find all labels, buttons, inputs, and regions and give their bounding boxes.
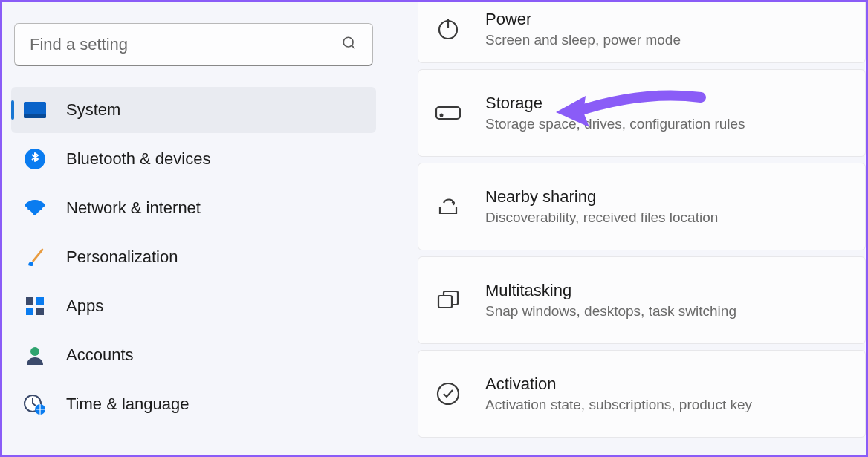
sidebar-item-label: Apps [66,296,103,316]
card-power[interactable]: Power Screen and sleep, power mode [418,2,866,63]
svg-rect-3 [24,114,46,118]
card-subtitle: Snap windows, desktops, task switching [485,303,736,320]
clock-globe-icon [23,392,47,416]
card-subtitle: Storage space, drives, configuration rul… [485,116,745,132]
card-storage[interactable]: Storage Storage space, drives, configura… [418,69,866,157]
multitasking-icon [435,287,461,314]
sidebar-item-apps[interactable]: Apps [11,283,376,329]
svg-rect-14 [436,107,460,119]
brush-icon [23,245,47,269]
svg-rect-16 [438,296,452,308]
svg-rect-6 [36,297,44,305]
search-input[interactable] [14,23,373,66]
svg-point-17 [438,383,459,404]
bluetooth-icon [23,147,47,171]
sidebar: System Bluetooth & devices Network & int… [2,2,385,455]
power-icon [435,16,461,42]
sidebar-item-label: Bluetooth & devices [66,149,210,169]
sidebar-item-network[interactable]: Network & internet [11,185,376,231]
sidebar-item-time-language[interactable]: Time & language [11,381,376,427]
card-nearby-sharing[interactable]: Nearby sharing Discoverability, received… [418,163,866,250]
card-multitasking[interactable]: Multitasking Snap windows, desktops, tas… [418,256,866,344]
activation-icon [435,380,461,407]
share-icon [435,193,461,220]
sidebar-item-label: Network & internet [66,198,201,218]
svg-rect-8 [36,308,44,315]
card-title: Power [485,10,681,29]
wifi-icon [23,196,47,220]
card-title: Nearby sharing [485,187,718,207]
sidebar-nav: System Bluetooth & devices Network & int… [11,87,376,427]
svg-point-0 [343,37,353,47]
sidebar-item-label: System [66,100,120,120]
sidebar-item-label: Accounts [66,346,134,365]
card-title: Multitasking [485,281,736,300]
sidebar-item-label: Personalization [66,247,178,267]
svg-line-1 [352,45,354,48]
search-field[interactable] [30,35,341,54]
storage-icon [435,100,461,126]
sidebar-item-system[interactable]: System [11,87,376,133]
search-icon [341,35,357,54]
sidebar-item-bluetooth[interactable]: Bluetooth & devices [11,136,376,182]
card-subtitle: Screen and sleep, power mode [485,32,681,48]
system-icon [23,98,47,122]
apps-icon [23,294,47,318]
accounts-icon [23,343,47,367]
card-title: Storage [485,94,745,113]
svg-rect-5 [26,297,33,305]
card-activation[interactable]: Activation Activation state, subscriptio… [418,350,866,438]
card-title: Activation [485,375,752,394]
card-subtitle: Activation state, subscriptions, product… [485,397,752,413]
sidebar-item-label: Time & language [66,395,190,414]
main-content: Power Screen and sleep, power mode Stora… [385,2,866,455]
sidebar-item-accounts[interactable]: Accounts [11,332,376,378]
sidebar-item-personalization[interactable]: Personalization [11,234,376,280]
svg-point-15 [441,114,443,117]
card-subtitle: Discoverability, received files location [485,210,718,226]
svg-point-9 [30,347,39,356]
svg-rect-7 [26,308,33,315]
